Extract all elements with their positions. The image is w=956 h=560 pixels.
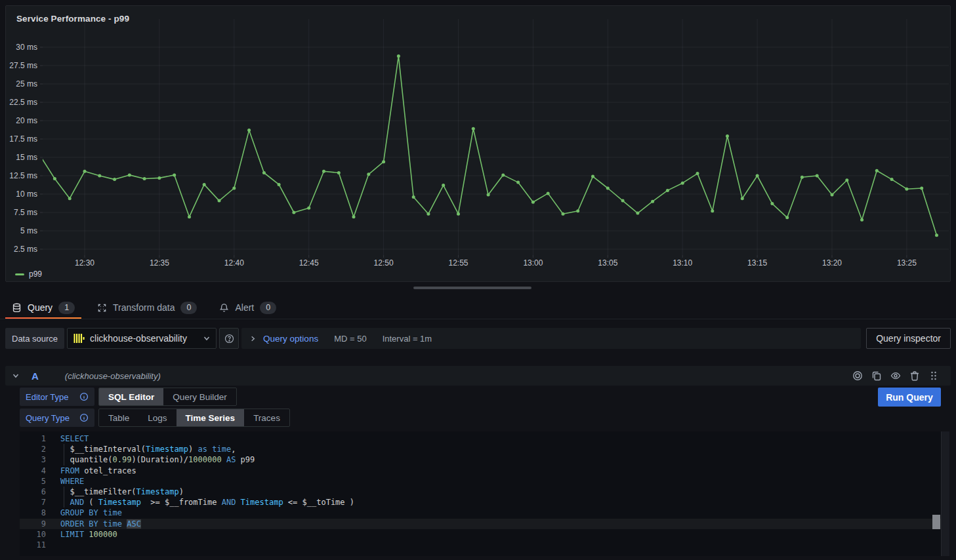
query-ref-id[interactable]: A <box>31 370 39 382</box>
datasource-picker[interactable]: clickhouse-observability <box>67 328 217 349</box>
editor-overview-ruler-mark <box>932 515 940 529</box>
code-line-4[interactable]: 4FROM otel_traces <box>20 466 949 476</box>
svg-text:12:55: 12:55 <box>448 258 468 268</box>
tab-count-badge: 0 <box>180 302 197 314</box>
svg-text:2.5 ms: 2.5 ms <box>14 245 37 254</box>
code-line-6[interactable]: 6 $__timeFilter(Timestamp) <box>20 487 949 497</box>
tab-label: Query <box>28 302 52 313</box>
svg-text:5 ms: 5 ms <box>20 226 37 235</box>
svg-text:25 ms: 25 ms <box>16 79 37 89</box>
editor-scrollbar[interactable] <box>941 431 949 556</box>
tab-query[interactable]: Query1 <box>5 296 81 319</box>
line-number: 6 <box>20 487 46 497</box>
svg-text:17.5 ms: 17.5 ms <box>9 134 37 144</box>
datasource-label: Data source <box>5 328 64 349</box>
code-line-11[interactable]: 11 <box>20 540 949 550</box>
tab-count-badge: 0 <box>260 302 276 314</box>
line-content: FROM otel_traces <box>46 466 136 476</box>
pane-resize-handle[interactable] <box>413 287 531 289</box>
svg-text:7.5 ms: 7.5 ms <box>14 208 37 217</box>
timeseries-chart: 30 ms27.5 ms25 ms22.5 ms20 ms17.5 ms15 m… <box>6 6 950 281</box>
clickhouse-logo-icon <box>73 332 85 344</box>
option-query-builder[interactable]: Query Builder <box>163 388 236 405</box>
datasource-value: clickhouse-observability <box>90 333 197 344</box>
svg-text:27.5 ms: 27.5 ms <box>9 61 37 70</box>
editor-type-row: Editor Type SQL EditorQuery Builder <box>20 388 237 406</box>
svg-text:13:10: 13:10 <box>673 258 692 268</box>
option-sql-editor[interactable]: SQL Editor <box>99 388 163 405</box>
legend-series-swatch <box>15 273 24 275</box>
line-number: 11 <box>20 540 46 550</box>
code-line-3[interactable]: 3 quantile(0.99)(Duration)/1000000 AS p9… <box>20 454 949 465</box>
query-type-label: Query Type <box>20 409 94 427</box>
svg-text:12:40: 12:40 <box>224 258 244 268</box>
query-inspector-button[interactable]: Query inspector <box>866 328 951 349</box>
line-content: GROUP BY time <box>46 508 122 518</box>
tab-label: Alert <box>235 302 254 313</box>
code-line-7[interactable]: 7 AND ( Timestamp >= $__fromTime AND Tim… <box>20 497 949 508</box>
code-line-5[interactable]: 5WHERE <box>20 476 949 487</box>
line-content: AND ( Timestamp >= $__fromTime AND Times… <box>46 497 354 508</box>
svg-text:12.5 ms: 12.5 ms <box>9 171 37 180</box>
query-row-header: A (clickhouse-observability) <box>5 366 951 386</box>
query-type-row: Query Type TableLogsTime SeriesTraces <box>20 409 290 427</box>
code-line-1[interactable]: 1SELECT <box>20 433 949 444</box>
editor-type-label: Editor Type <box>20 388 94 406</box>
info-circle-icon <box>79 392 89 401</box>
svg-text:12:45: 12:45 <box>299 258 319 268</box>
line-number: 7 <box>20 497 46 508</box>
editor-tabs: Query1Transform data0Alert0 <box>0 296 956 319</box>
sql-code-editor[interactable]: 1SELECT2 $__timeInterval(Timestamp) as t… <box>20 431 949 556</box>
code-line-2[interactable]: 2 $__timeInterval(Timestamp) as time, <box>20 444 949 454</box>
tab-transform-data[interactable]: Transform data0 <box>91 296 203 319</box>
svg-text:22.5 ms: 22.5 ms <box>9 98 37 107</box>
database-icon <box>12 303 22 313</box>
line-number: 3 <box>20 454 46 465</box>
tab-alert[interactable]: Alert0 <box>213 296 283 319</box>
query-datasource-hint: (clickhouse-observability) <box>65 371 161 381</box>
editor-type-toggle: SQL EditorQuery Builder <box>98 388 237 406</box>
line-number: 10 <box>20 529 46 540</box>
duplicate-query-icon[interactable] <box>871 370 882 381</box>
line-number: 5 <box>20 476 46 487</box>
query-options-link[interactable]: Query options <box>263 334 318 344</box>
line-number: 9 <box>20 519 46 529</box>
line-number: 4 <box>20 466 46 476</box>
line-content: ORDER BY time ASC <box>46 519 141 529</box>
datasource-toolbar: Data source clickhouse-observability <box>5 328 951 349</box>
datasource-help-button[interactable] <box>219 328 239 349</box>
line-number: 8 <box>20 508 46 518</box>
svg-text:12:50: 12:50 <box>374 258 394 268</box>
svg-text:10 ms: 10 ms <box>16 190 37 199</box>
hide-response-icon[interactable] <box>890 370 901 381</box>
query-options-bar: Query options MD = 50 Interval = 1m <box>241 328 861 349</box>
option-logs[interactable]: Logs <box>138 409 176 426</box>
option-traces[interactable]: Traces <box>244 409 289 426</box>
svg-text:30 ms: 30 ms <box>16 43 37 52</box>
disable-query-icon[interactable] <box>852 370 863 381</box>
bell-icon <box>219 303 229 313</box>
legend-item-p99[interactable]: p99 <box>15 270 42 279</box>
line-content: $__timeFilter(Timestamp) <box>46 487 184 497</box>
line-number: 2 <box>20 444 46 454</box>
tab-label: Transform data <box>113 302 175 313</box>
remove-query-icon[interactable] <box>909 370 920 381</box>
line-content: $__timeInterval(Timestamp) as time, <box>46 444 236 454</box>
option-time-series[interactable]: Time Series <box>177 409 245 426</box>
run-query-button[interactable]: Run Query <box>878 388 941 407</box>
collapse-chevron-icon[interactable] <box>12 372 20 380</box>
code-line-10[interactable]: 10LIMIT 100000 <box>20 529 949 540</box>
drag-handle-icon[interactable] <box>928 370 939 381</box>
timeseries-panel: Service Performance - p99 30 ms27.5 ms25… <box>5 5 951 282</box>
chevron-right-icon <box>249 335 257 342</box>
legend-series-label: p99 <box>29 270 42 279</box>
line-content: WHERE <box>46 476 84 487</box>
svg-text:12:35: 12:35 <box>150 258 169 268</box>
svg-text:13:05: 13:05 <box>598 258 617 268</box>
svg-text:13:15: 13:15 <box>747 258 767 268</box>
query-type-toggle: TableLogsTime SeriesTraces <box>98 409 290 427</box>
code-line-9[interactable]: 9ORDER BY time ASC <box>20 519 949 529</box>
code-line-8[interactable]: 8GROUP BY time <box>20 508 949 518</box>
interval-stat: Interval = 1m <box>383 334 432 344</box>
option-table[interactable]: Table <box>99 409 138 426</box>
